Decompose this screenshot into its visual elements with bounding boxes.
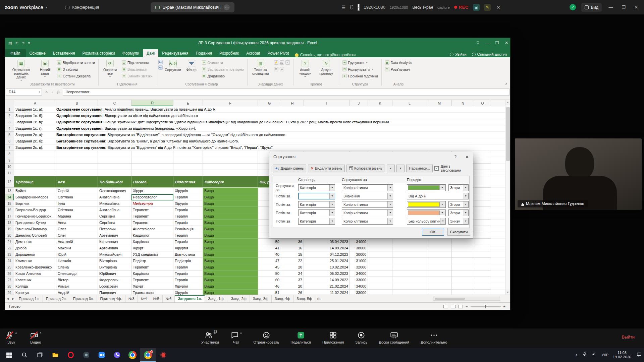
sheet-tab-Приклад 4ф.[interactable]: Приклад 4ф.	[97, 295, 125, 302]
sheet-tab-№5[interactable]: №5	[150, 295, 163, 302]
cell-M24[interactable]	[427, 258, 452, 264]
row-number-22[interactable]: 22	[5, 245, 14, 251]
cell-K25[interactable]	[368, 264, 392, 270]
sheet-tab-№3[interactable]: №3	[125, 295, 138, 302]
cell-M23[interactable]	[427, 251, 452, 258]
cell-A19[interactable]: Гуменюк-Паламар	[14, 226, 56, 232]
cell-A24[interactable]: Клименко	[14, 258, 56, 264]
cell-E28[interactable]: Хірургія	[173, 283, 203, 290]
ribbon-tab-Рецензування[interactable]: Рецензування	[158, 49, 192, 57]
cell-C29[interactable]: Павлович	[98, 290, 131, 295]
sort-on-dropdown[interactable]: Колір клітинки▼	[342, 184, 393, 191]
cell-C8[interactable]	[98, 151, 131, 157]
cell-F24[interactable]: Вища	[203, 258, 258, 264]
cell-A22[interactable]: Дзюба	[14, 245, 56, 251]
zoom-slider[interactable]	[471, 306, 501, 307]
cell-O9[interactable]	[474, 157, 491, 164]
cell-F15[interactable]: Вища	[203, 200, 258, 207]
data-tool-icon[interactable]: ⊞	[274, 67, 278, 71]
cell-J26[interactable]: 34000	[350, 270, 368, 277]
cell-F27[interactable]: Вища	[203, 277, 258, 283]
column-header-D[interactable]: D	[131, 100, 173, 106]
column-header-M[interactable]: M	[427, 100, 452, 106]
sort-on-dropdown[interactable]: Колір клітинки▼	[342, 209, 393, 216]
cell-M26[interactable]	[427, 270, 452, 277]
cell-O27[interactable]	[474, 277, 491, 283]
row-number-20[interactable]: 20	[5, 232, 14, 239]
name-box[interactable]: D14 ▾	[6, 88, 42, 96]
row-number-4[interactable]: 4	[5, 125, 14, 132]
ribbon-tab-Файл[interactable]: Файл	[5, 49, 26, 57]
row-number-7[interactable]: 7	[5, 144, 14, 151]
tell-me-box[interactable]: Скажіть, що потрібно зробити...	[295, 53, 359, 57]
cell-F8[interactable]	[203, 151, 258, 157]
capture-camera-icon[interactable]: ▣	[473, 4, 480, 11]
row-number-25[interactable]: 25	[5, 264, 14, 270]
taskbar-clock[interactable]: 11:03 19.02.2026	[613, 351, 631, 359]
cell-N27[interactable]	[452, 277, 474, 283]
cell-I28[interactable]: 21.02.2024	[304, 283, 350, 290]
sheet-tab-№6[interactable]: №6	[163, 295, 175, 302]
cell-C15[interactable]: Миколаївна	[98, 200, 131, 207]
data-tool-icon[interactable]: ✓	[285, 60, 290, 65]
taskbar-opera-icon[interactable]	[63, 348, 78, 362]
cell-F18[interactable]: Вища	[203, 220, 258, 226]
cell-A16[interactable]: Гаврилюк-Бондар	[14, 207, 56, 213]
cell-N28[interactable]	[452, 283, 474, 290]
row-number-23[interactable]: 23	[5, 251, 14, 258]
cell-F23[interactable]: Вища	[203, 251, 258, 258]
cell-C14[interactable]: Анатоліївна	[98, 194, 131, 200]
row-number-24[interactable]: 24	[5, 258, 14, 264]
cell-E23[interactable]: Діагностика	[173, 251, 203, 258]
task-text-cell[interactable]: Завдання 1с. б):Однорівневе сортування: …	[14, 113, 505, 119]
tray-mic-icon[interactable]	[582, 352, 587, 358]
cell-M28[interactable]	[427, 283, 452, 290]
ribbon-button-from_table[interactable]: ▦З таблиці	[56, 66, 96, 72]
color-swatch-dropdown[interactable]: ▼	[407, 209, 446, 216]
webcam-video[interactable]: Максим Миколайович Гудзенко	[515, 138, 642, 210]
cell-D29[interactable]: Травматолог	[131, 290, 173, 295]
sheet-tab-Завдання 1с.[interactable]: Завдання 1с.	[175, 295, 205, 302]
cell-F19[interactable]: Вища	[203, 226, 258, 232]
taskbar-start-icon[interactable]	[1, 348, 17, 362]
cell-D8[interactable]	[131, 151, 173, 157]
cell-E20[interactable]: Терапія	[173, 232, 203, 239]
save-icon[interactable]: ▤	[8, 41, 12, 45]
cell-E9[interactable]	[173, 157, 203, 164]
order-dropdown[interactable]: Від А до Я▼	[407, 193, 469, 199]
toolbar-share-button[interactable]: Поделиться	[290, 331, 311, 344]
cell-B27[interactable]: Віктор	[56, 277, 98, 283]
column-dropdown[interactable]: ▼	[298, 193, 335, 199]
row-number-2[interactable]: 2	[5, 113, 14, 119]
scrollbar-thumb[interactable]	[506, 107, 510, 161]
cell-J27[interactable]: 33000	[350, 277, 368, 283]
cell-I21[interactable]: 03.04.2023	[304, 239, 350, 245]
ribbon-button-reapply[interactable]: ⟳Застосувати повторно	[201, 66, 245, 72]
cell-I29[interactable]: 11.02.2024	[304, 290, 350, 295]
cell-A27[interactable]: Колесник	[14, 277, 56, 283]
cell-C17[interactable]: Сергіївна	[98, 213, 131, 220]
cell-N29[interactable]	[452, 290, 474, 295]
cell-A15[interactable]: Бортник	[14, 200, 56, 207]
cell-L28[interactable]	[392, 283, 427, 290]
cell-C26[interactable]: Юрійович	[98, 270, 131, 277]
cell-J25[interactable]: 32000	[350, 264, 368, 270]
cell-O8[interactable]	[474, 151, 491, 157]
row-number-9[interactable]: 9	[5, 157, 14, 164]
cell-E19[interactable]: Реанімація	[173, 226, 203, 232]
cell-F26[interactable]: Вища	[203, 270, 258, 277]
cell-A13[interactable]: Бойко	[14, 188, 56, 194]
cell-H21[interactable]: 36	[281, 239, 304, 245]
cell-A11[interactable]	[14, 170, 56, 176]
close-button[interactable]: ✕	[505, 41, 508, 45]
zoom-workplace-logo[interactable]: zoom Workplace ▾	[5, 4, 47, 10]
cell-N26[interactable]	[452, 270, 474, 277]
sort-za-icon[interactable]: Я↓	[158, 65, 163, 70]
cell-B21[interactable]: Анатолій	[56, 239, 98, 245]
taskbar-search-icon[interactable]	[17, 348, 32, 362]
cell-J23[interactable]: 30000	[350, 251, 368, 258]
cell-E17[interactable]: Терапія	[173, 213, 203, 220]
ribbon-tab-Дані[interactable]: Дані	[143, 49, 158, 57]
headers-checkbox[interactable]: ✓ Дані з заголовками	[434, 164, 470, 172]
page-layout-icon[interactable]	[451, 305, 455, 308]
